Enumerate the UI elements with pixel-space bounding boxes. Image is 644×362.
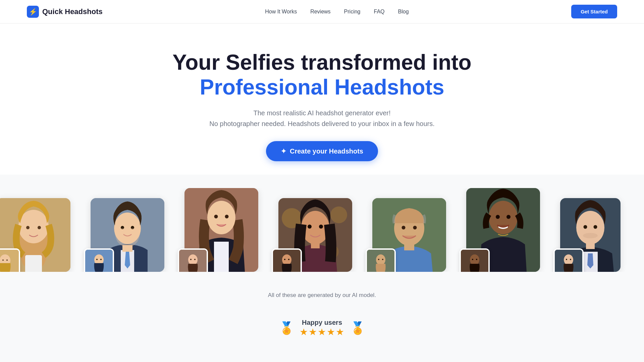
svg-point-19 [96, 259, 98, 260]
photo-thumb-3 [272, 248, 302, 272]
svg-point-4 [38, 226, 41, 229]
svg-point-65 [584, 225, 587, 229]
gallery-caption: All of these are generated by our AI mod… [0, 292, 644, 305]
photo-card-5 [466, 188, 540, 272]
svg-rect-68 [586, 242, 595, 249]
svg-point-71 [566, 259, 567, 260]
svg-rect-23 [214, 242, 229, 272]
nav-links: How It Works Reviews Pricing FAQ Blog [265, 9, 409, 15]
happy-users-wrap: 🏅 Happy users ★★★★★ 🏅 [279, 319, 365, 338]
svg-rect-38 [311, 242, 320, 248]
laurel-right-icon: 🏅 [350, 321, 365, 335]
svg-rect-5 [25, 255, 42, 272]
svg-point-60 [472, 259, 473, 260]
svg-point-26 [225, 215, 229, 219]
svg-point-46 [402, 226, 406, 230]
photo-thumb-0 [0, 248, 20, 272]
svg-point-66 [594, 225, 597, 229]
svg-point-55 [489, 201, 518, 234]
photo-card-4 [372, 198, 446, 272]
svg-point-33 [330, 206, 347, 223]
svg-point-59 [470, 254, 479, 265]
photo-thumb-2 [178, 248, 208, 272]
sparkle-icon: ✦ [281, 147, 286, 155]
svg-point-67 [583, 233, 598, 238]
get-started-button[interactable]: Get Started [571, 5, 617, 18]
brand-icon: ⚡ [27, 6, 39, 18]
navbar: ⚡ Quick Headshots How It Works Reviews P… [0, 0, 644, 23]
svg-point-37 [319, 225, 323, 229]
svg-point-9 [6, 259, 8, 261]
svg-point-41 [284, 259, 285, 260]
svg-point-47 [413, 226, 417, 230]
hero-subtext: The most realistic AI headshot generator… [13, 108, 631, 129]
happy-stars: ★★★★★ [300, 326, 345, 338]
hero-section: Your Selfies transformed into Profession… [0, 23, 644, 175]
svg-point-24 [207, 201, 235, 234]
svg-point-3 [26, 226, 30, 229]
brand-name: Quick Headshots [42, 7, 103, 16]
svg-point-61 [476, 259, 477, 260]
photo-thumb-1 [84, 248, 114, 272]
photo-card-3 [278, 198, 352, 272]
gallery-row [0, 188, 644, 272]
svg-point-30 [194, 259, 196, 260]
hero-headline: Your Selfies transformed into Profession… [13, 50, 631, 100]
photo-card-1 [91, 198, 164, 272]
svg-point-50 [376, 254, 385, 265]
svg-point-72 [570, 259, 571, 260]
svg-point-40 [282, 254, 291, 265]
svg-point-57 [506, 215, 511, 219]
svg-point-64 [576, 211, 604, 244]
svg-point-36 [308, 225, 312, 229]
svg-point-20 [100, 259, 102, 260]
photo-thumb-6 [553, 248, 584, 272]
nav-reviews[interactable]: Reviews [310, 9, 330, 15]
svg-point-56 [496, 215, 500, 219]
brand: ⚡ Quick Headshots [27, 6, 103, 18]
svg-rect-48 [404, 243, 414, 250]
nav-how-it-works[interactable]: How It Works [265, 9, 297, 15]
photo-card-0 [0, 198, 70, 272]
create-headshots-button[interactable]: ✦ Create your Headshots [266, 141, 378, 161]
gallery-section: All of these are generated by our AI mod… [0, 175, 644, 312]
laurel-left-icon: 🏅 [279, 321, 294, 335]
svg-point-28 [188, 254, 198, 265]
svg-point-52 [382, 259, 383, 260]
svg-point-25 [214, 215, 218, 219]
svg-point-29 [190, 259, 192, 260]
photo-card-6 [560, 198, 621, 272]
photo-card-2 [184, 188, 258, 272]
photo-thumb-4 [366, 248, 396, 272]
nav-pricing[interactable]: Pricing [344, 9, 361, 15]
nav-blog[interactable]: Blog [398, 9, 409, 15]
svg-point-51 [378, 259, 379, 260]
nav-faq[interactable]: FAQ [374, 9, 385, 15]
svg-point-42 [288, 259, 289, 260]
svg-point-70 [564, 254, 573, 265]
photo-thumb-5 [460, 248, 490, 272]
happy-label: Happy users [300, 319, 345, 326]
svg-point-8 [2, 259, 4, 261]
happy-section: 🏅 Happy users ★★★★★ 🏅 [0, 312, 644, 354]
